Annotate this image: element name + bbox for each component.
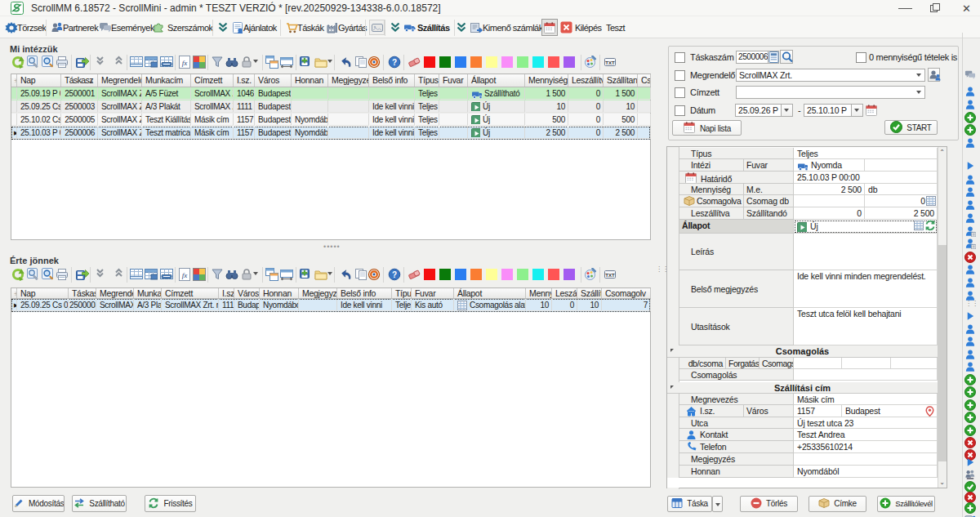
svg-text:?: ? [392, 270, 397, 279]
svg-text:TXT: TXT [605, 60, 615, 65]
svg-text:fx: fx [182, 59, 188, 67]
svg-text:?: ? [392, 58, 397, 67]
svg-text:TXT: TXT [605, 273, 615, 278]
svg-text:fx: fx [182, 271, 188, 279]
